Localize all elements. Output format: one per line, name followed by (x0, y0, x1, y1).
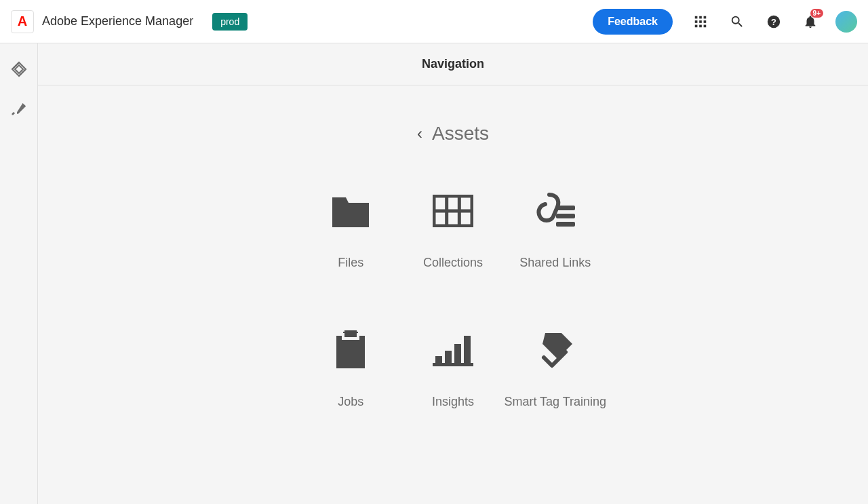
assets-grid: Files Collections Shared Links Jobs (300, 192, 606, 409)
feedback-button[interactable]: Feedback (593, 9, 673, 35)
svg-rect-1 (699, 16, 702, 18)
clipboard-icon (328, 331, 374, 369)
help-icon[interactable]: ? (760, 7, 788, 36)
svg-text:?: ? (771, 16, 776, 26)
apps-icon[interactable] (686, 7, 715, 36)
app-title: Adobe Experience Manager (42, 14, 193, 28)
grid-item-shared-links[interactable]: Shared Links (504, 192, 606, 270)
svg-rect-30 (433, 363, 473, 366)
svg-rect-7 (699, 24, 702, 27)
grid-label: Files (338, 256, 363, 270)
svg-rect-25 (344, 330, 357, 337)
folder-icon (328, 192, 374, 230)
grid-item-collections[interactable]: Collections (402, 192, 505, 270)
adobe-logo[interactable]: A (11, 10, 34, 33)
notification-count-badge: 9+ (810, 9, 823, 18)
grid-label: Jobs (338, 395, 363, 409)
top-header: A Adobe Experience Manager prod Feedback… (0, 0, 868, 43)
grid-label: Collections (423, 256, 483, 270)
svg-rect-0 (695, 16, 698, 18)
main-content: Navigation ‹ Assets Files Collections (38, 43, 868, 504)
bar-chart-icon (430, 331, 476, 369)
breadcrumb-back[interactable]: ‹ Assets (38, 123, 868, 144)
navigation-title: Navigation (422, 57, 484, 71)
link-list-icon (532, 192, 578, 230)
notifications-icon[interactable]: 9+ (796, 7, 825, 36)
grid-item-files[interactable]: Files (300, 192, 402, 270)
chevron-left-icon: ‹ (417, 124, 422, 143)
navigation-header: Navigation (38, 43, 868, 85)
svg-rect-4 (699, 20, 702, 23)
grid-label: Insights (432, 395, 474, 409)
grid-item-smart-tag-training[interactable]: Smart Tag Training (504, 331, 606, 409)
adobe-a-icon: A (18, 14, 27, 29)
svg-rect-3 (695, 20, 698, 23)
section-title: Assets (432, 123, 489, 144)
svg-rect-8 (704, 24, 707, 27)
grid-item-insights[interactable]: Insights (402, 331, 505, 409)
grid-item-jobs[interactable]: Jobs (300, 331, 402, 409)
svg-rect-28 (454, 344, 461, 363)
svg-rect-17 (556, 222, 575, 227)
svg-rect-2 (704, 16, 707, 18)
search-icon[interactable] (723, 7, 751, 36)
svg-rect-15 (556, 206, 575, 210)
svg-rect-26 (435, 356, 442, 363)
grid-label: Smart Tag Training (504, 395, 606, 409)
navigation-icon[interactable] (5, 56, 33, 83)
environment-badge: prod (212, 13, 248, 31)
user-avatar[interactable] (835, 11, 857, 33)
svg-rect-16 (556, 214, 575, 218)
tag-check-icon (532, 331, 578, 369)
svg-rect-6 (695, 24, 698, 27)
svg-rect-29 (464, 336, 471, 363)
svg-rect-22 (336, 336, 365, 368)
grid-label: Shared Links (519, 256, 591, 270)
tools-icon[interactable] (5, 96, 33, 123)
left-sidebar (0, 43, 38, 504)
svg-rect-27 (445, 351, 452, 363)
grid-icon (430, 192, 476, 230)
svg-rect-5 (704, 20, 707, 23)
